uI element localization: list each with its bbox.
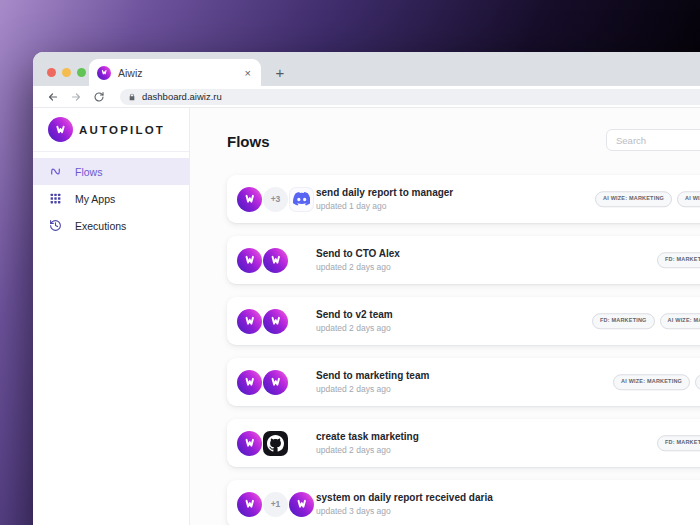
url-text: dashboard.aiwiz.ru <box>142 91 222 102</box>
flow-avatars <box>237 370 316 395</box>
avatar-count-badge: +3 <box>263 187 288 212</box>
flow-title: create task marketing <box>316 431 700 442</box>
flow-tag: FD: MARKETING <box>657 435 700 451</box>
app-content: AUTOPILOT Flows My Apps <box>33 108 700 525</box>
grid-icon <box>49 192 62 205</box>
flow-tag: AI WIZE: MARKETING <box>595 191 672 207</box>
flow-tag: AI WIZ <box>695 374 700 390</box>
flow-avatars <box>237 431 316 456</box>
aiwiz-logo-avatar <box>237 492 262 517</box>
browser-tab[interactable]: Aiwiz × <box>89 59 261 86</box>
history-icon <box>49 219 62 232</box>
aiwiz-logo-avatar <box>263 370 288 395</box>
new-tab-button[interactable]: + <box>271 63 289 81</box>
flow-card[interactable]: Send to marketing team updated 2 days ag… <box>227 358 700 406</box>
flow-meta: system on daily report received daria up… <box>316 492 700 516</box>
minimize-window-button[interactable] <box>62 68 71 77</box>
flow-avatars: +1 <box>237 492 316 517</box>
sidebar: AUTOPILOT Flows My Apps <box>33 108 190 525</box>
aiwiz-logo-avatar <box>237 431 262 456</box>
reload-icon[interactable] <box>91 91 107 103</box>
aiwiz-logo-avatar <box>237 187 262 212</box>
flow-avatars: +3 <box>237 187 316 212</box>
sidebar-item-flows[interactable]: Flows <box>33 158 189 185</box>
url-field[interactable]: dashboard.aiwiz.ru <box>120 89 700 105</box>
flow-updated: updated 3 days ago <box>316 506 700 516</box>
flow-title: Send to CTO Alex <box>316 248 700 259</box>
search-input[interactable] <box>606 129 700 151</box>
flow-tag: AI WIZE: MAN <box>677 191 700 207</box>
tab-title: Aiwiz <box>118 67 243 79</box>
flow-card[interactable]: Send to v2 team updated 2 days ago FD: M… <box>227 297 700 345</box>
aiwiz-logo-avatar <box>237 248 262 273</box>
flow-tag: FD: MARKETING <box>592 313 655 329</box>
flow-tags: AI WIZE: MARKETINGAI WIZE: MAN <box>595 191 700 207</box>
flow-card[interactable]: create task marketing updated 2 days ago… <box>227 419 700 467</box>
browser-window: Aiwiz × + dashboard.aiwiz.ru AUTOPILOT <box>33 52 700 525</box>
sidebar-item-label: Executions <box>75 220 126 232</box>
back-icon[interactable] <box>45 91 61 103</box>
aiwiz-logo-avatar <box>263 309 288 334</box>
aiwiz-logo-avatar <box>289 492 314 517</box>
flow-tags: AI WIZE: MARKETINGAI WIZ <box>613 374 700 390</box>
flow-meta: Send to CTO Alex updated 2 days ago <box>316 248 700 272</box>
aiwiz-favicon-icon <box>97 66 111 80</box>
lock-icon <box>128 93 136 101</box>
flow-list: +3 send daily report to manager updated … <box>227 175 700 525</box>
browser-tab-bar: Aiwiz × + <box>33 52 700 86</box>
main-panel: Flows +3 send daily report to manager up… <box>190 108 700 525</box>
flow-tag: AI WIZE: MARKETING <box>613 374 690 390</box>
flow-updated: updated 2 days ago <box>316 262 700 272</box>
close-tab-icon[interactable]: × <box>243 67 253 79</box>
sidebar-item-label: Flows <box>75 166 102 178</box>
forward-icon[interactable] <box>68 91 84 103</box>
autopilot-logo-icon <box>48 117 73 142</box>
github-icon <box>263 431 288 456</box>
flow-tag: FD: MARKETING <box>657 252 700 268</box>
aiwiz-logo-avatar <box>237 370 262 395</box>
aiwiz-logo-avatar <box>263 248 288 273</box>
sidebar-nav: Flows My Apps Executions <box>33 152 189 239</box>
brand: AUTOPILOT <box>33 108 189 152</box>
flow-tags: FD: MARKETING <box>657 435 700 451</box>
flow-avatars <box>237 309 316 334</box>
sidebar-item-executions[interactable]: Executions <box>33 212 189 239</box>
avatar-count-badge: +1 <box>263 492 288 517</box>
brand-name: AUTOPILOT <box>79 124 165 136</box>
flows-icon <box>49 165 62 178</box>
flow-card[interactable]: Send to CTO Alex updated 2 days ago FD: … <box>227 236 700 284</box>
maximize-window-button[interactable] <box>77 68 86 77</box>
flow-meta: create task marketing updated 2 days ago <box>316 431 700 455</box>
flow-tags: FD: MARKETINGAI WIZE: MARKETIN <box>592 313 700 329</box>
sidebar-item-my-apps[interactable]: My Apps <box>33 185 189 212</box>
flow-card[interactable]: +1 system on daily report received daria… <box>227 480 700 525</box>
discord-icon <box>289 187 314 212</box>
browser-address-bar: dashboard.aiwiz.ru <box>33 86 700 108</box>
flow-card[interactable]: +3 send daily report to manager updated … <box>227 175 700 223</box>
flow-tags: FD: MARKETING <box>657 252 700 268</box>
flow-avatars <box>237 248 316 273</box>
flow-updated: updated 2 days ago <box>316 445 700 455</box>
aiwiz-logo-avatar <box>237 309 262 334</box>
flow-tag: AI WIZE: MARKETIN <box>660 313 700 329</box>
sidebar-item-label: My Apps <box>75 193 115 205</box>
close-window-button[interactable] <box>47 68 56 77</box>
flow-title: system on daily report received daria <box>316 492 700 503</box>
window-controls <box>47 68 86 77</box>
